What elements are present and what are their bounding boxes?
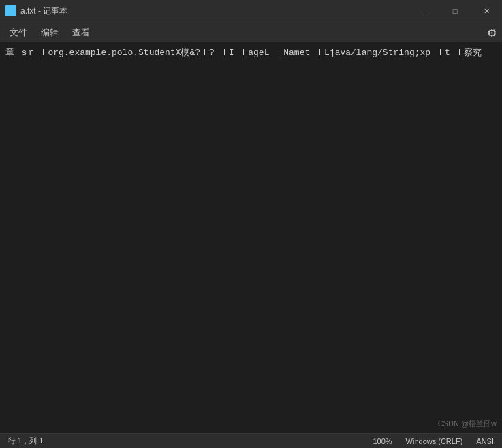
menu-item-file[interactable]: 文件 (3, 24, 34, 42)
title-bar: a.txt - 记事本 — □ ✕ (0, 0, 502, 22)
minimize-button[interactable]: — (408, 0, 439, 22)
title-bar-title: a.txt - 记事本 (20, 5, 67, 17)
menu-item-edit[interactable]: 编辑 (34, 24, 65, 42)
title-bar-left: a.txt - 记事本 (5, 5, 67, 17)
title-bar-controls: — □ ✕ (408, 0, 502, 22)
menu-bar: 文件 编辑 查看 ⚙ (0, 22, 502, 42)
text-line: 章 ｓr ｌorg.example.polo.StudentX模&?ｌ? ｌI … (0, 45, 502, 61)
zoom-level: 100% (373, 437, 392, 445)
content-area[interactable]: 章 ｓr ｌorg.example.polo.StudentX模&?ｌ? ｌI … (0, 42, 502, 433)
status-bar: 行 1，列 1 100% Windows (CRLF) ANSI (0, 433, 502, 448)
status-right: 100% Windows (CRLF) ANSI (373, 437, 494, 445)
cursor-position: 行 1，列 1 (8, 436, 43, 446)
line-ending: Windows (CRLF) (406, 437, 463, 445)
settings-icon[interactable]: ⚙ (487, 26, 497, 39)
menu-item-view[interactable]: 查看 (65, 24, 97, 42)
close-button[interactable]: ✕ (471, 0, 502, 22)
notepad-icon (5, 5, 16, 16)
maximize-button[interactable]: □ (439, 0, 471, 22)
encoding: ANSI (476, 437, 494, 445)
